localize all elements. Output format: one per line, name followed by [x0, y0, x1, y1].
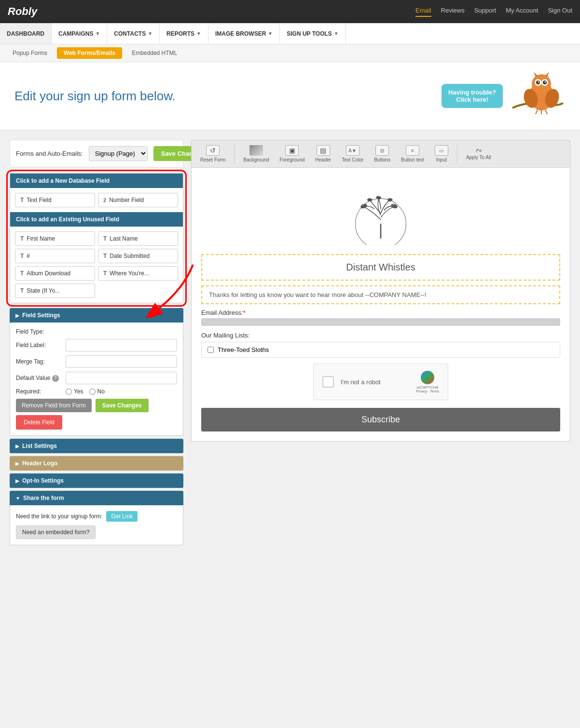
- menu-image-browser[interactable]: IMAGE BROWSER▼: [208, 23, 280, 44]
- subscribe-button[interactable]: Subscribe: [201, 408, 560, 431]
- forms-selector: Forms and Auto-Emails: Signup (Page) Sav…: [10, 140, 183, 167]
- mailing-list-checkbox[interactable]: [207, 347, 214, 353]
- last-name-field-btn[interactable]: T Last Name: [98, 231, 178, 246]
- number-field-btn[interactable]: 2 Number Field: [98, 193, 178, 207]
- menu-contacts[interactable]: CONTACTS▼: [107, 23, 160, 44]
- hero-title: Edit your sign up form below.: [14, 89, 176, 104]
- date-submitted-field-btn[interactable]: T Date Submitted: [98, 249, 178, 263]
- menu-sign-up-tools[interactable]: SIGN UP TOOLS▼: [280, 23, 345, 44]
- header-logo-label: Header Logo: [22, 460, 57, 467]
- hash-field-btn[interactable]: T #: [15, 249, 95, 263]
- required-no-radio[interactable]: [89, 389, 96, 395]
- hero-right: Having trouble? Click here!: [442, 72, 566, 120]
- input-icon: ▭: [435, 145, 448, 156]
- tab-popup-forms[interactable]: Popup Forms: [6, 47, 54, 59]
- nav-reviews[interactable]: Reviews: [441, 7, 465, 17]
- apply-to-all-button[interactable]: ↱≡ Apply To All: [462, 146, 495, 162]
- number-field-icon: 2: [103, 197, 106, 203]
- input-button[interactable]: ▭ Input: [431, 143, 452, 164]
- button-text-button[interactable]: ≡ Button text: [397, 143, 428, 164]
- text-field-btn[interactable]: T Text Field: [15, 193, 95, 207]
- captcha-logo: reCAPTCHA Privacy - Terms: [416, 371, 439, 393]
- buttons-icon: ⊟: [375, 145, 389, 156]
- field-label-input[interactable]: [66, 339, 177, 351]
- required-radio-group: Yes No: [66, 388, 105, 395]
- nav-email[interactable]: Email: [415, 7, 431, 17]
- menu-reports[interactable]: REPORTS▼: [160, 23, 208, 44]
- foreground-icon: ▣: [285, 145, 299, 156]
- header-logo-chevron: ▶: [15, 461, 19, 466]
- header-logo-section[interactable]: ▶ Header Logo: [10, 456, 183, 471]
- default-value-input[interactable]: [66, 372, 177, 384]
- svg-point-25: [393, 204, 395, 206]
- menu-dashboard[interactable]: DASHBOARD: [0, 23, 52, 44]
- svg-point-9: [545, 81, 546, 83]
- share-form-header[interactable]: ▼ Share the form: [10, 491, 183, 505]
- svg-point-24: [362, 204, 364, 206]
- svg-point-22: [367, 198, 373, 202]
- first-name-field-btn[interactable]: T First Name: [15, 231, 95, 246]
- nav-support[interactable]: Support: [474, 7, 497, 17]
- field-settings-actions: Remove Field from Form Save Changes: [16, 399, 177, 412]
- forms-label: Forms and Auto-Emails:: [16, 150, 83, 157]
- logo[interactable]: Robly: [8, 5, 37, 18]
- new-field-grid: T Text Field 2 Number Field: [10, 188, 183, 212]
- state-field-btn[interactable]: T State (If Yo...: [15, 283, 95, 298]
- tree-svg: [337, 177, 424, 245]
- preview-mailing-label: Our Mailing Lists:: [201, 332, 560, 339]
- share-form-chevron: ▼: [15, 496, 20, 501]
- text-field-icon: T: [20, 197, 24, 203]
- svg-point-23: [387, 198, 393, 202]
- tab-embedded-html[interactable]: Embedded HTML: [125, 47, 184, 59]
- merge-tag-input[interactable]: [66, 355, 177, 368]
- get-link-button[interactable]: Get Link: [106, 511, 138, 522]
- form-preview: Distant Whistles Thanks for letting us k…: [191, 168, 570, 442]
- field-settings-body: Field Type: Field Label: Merge Tag: Defa…: [10, 323, 183, 436]
- help-bubble[interactable]: Having trouble? Click here!: [442, 84, 503, 108]
- required-no-label: No: [89, 388, 105, 395]
- captcha-checkbox[interactable]: [322, 376, 334, 388]
- menu-campaigns[interactable]: CAMPAIGNS▼: [52, 23, 107, 44]
- embedded-form-button[interactable]: Need an embedded form?: [16, 526, 96, 539]
- tab-web-forms[interactable]: Web Forms/Emails: [57, 47, 122, 59]
- nav-sign-out[interactable]: Sign Out: [548, 7, 572, 17]
- get-link-label: Need the link to your signup form:: [16, 513, 102, 520]
- required-label: Required:: [16, 388, 62, 395]
- field-settings-header[interactable]: ▶ Field Settings: [10, 308, 183, 323]
- forms-select[interactable]: Signup (Page): [89, 146, 148, 161]
- mailing-list-label: Three-Toed Sloths: [218, 346, 269, 353]
- reset-form-button[interactable]: ↺ Reset Form: [196, 143, 229, 164]
- background-icon: [249, 145, 263, 156]
- owl-illustration: [508, 72, 566, 120]
- top-nav: Robly Email Reviews Support My Account S…: [0, 0, 580, 23]
- nav-my-account[interactable]: My Account: [506, 7, 538, 17]
- toolbar-divider-2: [457, 144, 457, 163]
- text-color-button[interactable]: A▼ Text Color: [338, 143, 367, 164]
- optin-settings-header[interactable]: ▶ Opt-In Settings: [10, 473, 183, 488]
- form-toolbar: ↺ Reset Form Background ▣ Foreground ▤ H…: [191, 140, 570, 168]
- header-button[interactable]: ▤ Header: [311, 143, 335, 164]
- list-settings-label: List Settings: [22, 443, 57, 449]
- right-panel: ↺ Reset Form Background ▣ Foreground ▤ H…: [191, 140, 570, 545]
- album-download-field-btn[interactable]: T Album Download: [15, 266, 95, 281]
- svg-line-15: [545, 109, 547, 114]
- buttons-button[interactable]: ⊟ Buttons: [370, 143, 394, 164]
- image-chevron: ▼: [268, 31, 273, 36]
- info-icon[interactable]: ?: [52, 375, 59, 382]
- fields-panel: Click to add a New Database Field T Text…: [10, 173, 183, 303]
- new-db-field-header: Click to add a New Database Field: [10, 174, 183, 188]
- list-settings-chevron: ▶: [15, 444, 19, 449]
- where-youre-field-btn[interactable]: T Where You're...: [98, 266, 178, 281]
- default-value-label: Default Value ?: [16, 375, 62, 382]
- remove-field-button[interactable]: Remove Field from Form: [16, 399, 92, 412]
- save-changes-field-button[interactable]: Save Changes: [96, 399, 149, 412]
- captcha-logo-icon: [421, 371, 434, 384]
- delete-field-button[interactable]: Delete Field: [16, 415, 62, 430]
- optin-settings-chevron: ▶: [15, 478, 19, 484]
- background-button[interactable]: Background: [239, 143, 273, 164]
- captcha-box[interactable]: I'm not a robot reCAPTCHA Privacy - Term…: [313, 364, 448, 400]
- foreground-button[interactable]: ▣ Foreground: [276, 143, 309, 164]
- preview-email-input[interactable]: [201, 318, 560, 326]
- required-yes-radio[interactable]: [66, 389, 72, 395]
- list-settings-header[interactable]: ▶ List Settings: [10, 439, 183, 453]
